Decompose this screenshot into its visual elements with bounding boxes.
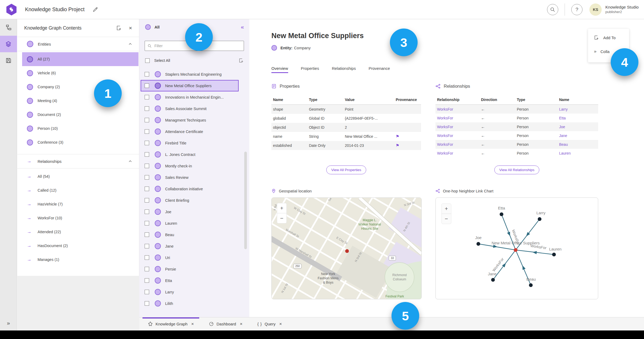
item-checkbox[interactable]: [145, 72, 149, 76]
relationship-link[interactable]: WorksFor: [435, 149, 479, 158]
node-jane[interactable]: [491, 278, 495, 282]
close-tab-icon[interactable]: ×: [240, 321, 242, 327]
detail-tab[interactable]: Overview: [271, 66, 288, 73]
detail-tab[interactable]: Relationships: [332, 66, 356, 73]
entity-list-item[interactable]: Sales Associate Summit: [141, 103, 239, 114]
node-joe[interactable]: [476, 242, 480, 246]
close-panel-icon[interactable]: ×: [129, 25, 132, 31]
entity-list-item[interactable]: Uri: [141, 252, 239, 263]
zoom-out-button[interactable]: −: [280, 215, 283, 221]
entity-list-item[interactable]: Lilith: [141, 298, 239, 309]
item-checkbox[interactable]: [145, 209, 149, 214]
entity-list-item[interactable]: Beau: [141, 229, 239, 240]
user-block[interactable]: Knowledge Studio publisher2: [605, 5, 639, 14]
entity-list-item[interactable]: New Metal Office Suppliers: [141, 80, 239, 91]
item-checkbox[interactable]: [145, 164, 149, 168]
entity-list-item[interactable]: Attendance Certificate: [141, 126, 239, 137]
relationship-category-item[interactable]: → Called (12): [22, 183, 138, 197]
entity-list-item[interactable]: Client Briefing: [141, 195, 239, 206]
entity-category-item[interactable]: Person (10): [22, 122, 138, 135]
map-zoom-control[interactable]: + −: [277, 203, 287, 223]
item-checkbox[interactable]: [145, 221, 149, 225]
view-all-relationships-button[interactable]: View All Relationships: [494, 166, 540, 174]
street-map[interactable]: k Rd Sa W Clay St Marshall St W Marshall…: [272, 198, 421, 299]
list-scrollbar[interactable]: [244, 152, 247, 249]
center-node[interactable]: [514, 248, 517, 252]
edit-title-icon[interactable]: [92, 7, 98, 13]
rail-item-layers[interactable]: [0, 36, 17, 52]
entity-list-item[interactable]: L. Jones Contract: [141, 149, 239, 160]
item-checkbox[interactable]: [145, 278, 149, 283]
chevron-up-icon[interactable]: [128, 42, 133, 46]
detail-tab[interactable]: Properties: [301, 66, 319, 73]
item-checkbox[interactable]: [145, 129, 149, 134]
search-button[interactable]: [547, 4, 558, 15]
avatar[interactable]: KS: [589, 3, 602, 16]
relationship-link[interactable]: WorksFor: [435, 105, 479, 114]
add-to-menu-item[interactable]: Add To: [594, 33, 629, 42]
entity-list-item[interactable]: Collaboration initiative: [141, 183, 239, 195]
zoom-in-button[interactable]: +: [280, 205, 283, 211]
add-to-map-icon[interactable]: [116, 25, 122, 31]
close-tab-icon[interactable]: ×: [279, 321, 282, 327]
entity-list-item[interactable]: Innovations in Mechanical Engin...: [141, 91, 239, 103]
rail-item-save[interactable]: [0, 52, 17, 69]
item-checkbox[interactable]: [145, 232, 149, 237]
item-checkbox[interactable]: [145, 106, 149, 111]
zoom-out-button[interactable]: −: [445, 216, 448, 222]
tab-dashboard[interactable]: Dashboard ×: [203, 317, 248, 331]
item-checkbox[interactable]: [145, 290, 149, 294]
related-entity-link[interactable]: Joe: [557, 122, 598, 131]
select-all-checkbox[interactable]: [145, 58, 150, 63]
entity-list-item[interactable]: Sales Review: [141, 172, 239, 183]
relationship-link[interactable]: WorksFor: [435, 122, 479, 131]
item-checkbox[interactable]: [145, 198, 149, 203]
item-checkbox[interactable]: [145, 267, 149, 271]
related-entity-link[interactable]: Jane: [557, 131, 598, 140]
item-checkbox[interactable]: [145, 244, 149, 248]
one-hop-link-chart[interactable]: WorksFor WorksFor WorksFor: [436, 198, 598, 299]
relationship-category-item[interactable]: → Manages (1): [22, 253, 138, 267]
entity-list-item[interactable]: Montly check-in: [141, 160, 239, 172]
add-to-map-icon[interactable]: [239, 58, 244, 63]
entity-list-item[interactable]: Firebird Title: [141, 137, 239, 149]
relationship-category-item[interactable]: → WorksFor (10): [22, 211, 138, 225]
chart-zoom-control[interactable]: + −: [442, 204, 451, 224]
item-checkbox[interactable]: [145, 83, 149, 88]
detail-tab[interactable]: Provenance: [369, 66, 390, 73]
tab-knowledge-graph[interactable]: Knowledge Graph ×: [142, 317, 199, 331]
relationship-link[interactable]: WorksFor: [435, 140, 479, 149]
entity-list-item[interactable]: Lauren: [141, 217, 239, 229]
provenance-flag-icon[interactable]: [396, 134, 399, 139]
relationship-link[interactable]: WorksFor: [435, 131, 479, 140]
relationship-category-item[interactable]: → All (54): [22, 170, 138, 183]
close-tab-icon[interactable]: ×: [191, 321, 194, 327]
node-etta[interactable]: [500, 212, 503, 216]
node-larry[interactable]: [538, 217, 541, 221]
map-panel[interactable]: k Rd Sa W Clay St Marshall St W Marshall…: [271, 197, 422, 299]
relationship-category-item[interactable]: → HasVehicle (7): [22, 197, 138, 211]
app-logo-icon[interactable]: [6, 3, 17, 16]
zoom-in-button[interactable]: +: [445, 205, 448, 212]
item-checkbox[interactable]: [145, 152, 149, 157]
chevron-up-icon[interactable]: [128, 159, 133, 164]
entity-category-item[interactable]: Conference (3): [22, 135, 138, 149]
relationship-category-item[interactable]: → HasDocument (2): [22, 239, 138, 253]
provenance-flag-icon[interactable]: [396, 143, 399, 148]
rail-item-schema[interactable]: [0, 19, 17, 36]
entity-category-item[interactable]: Document (2): [22, 108, 138, 122]
entity-list-item[interactable]: Jane: [141, 240, 239, 252]
relationship-category-item[interactable]: → Attended (22): [22, 225, 138, 239]
entity-list-item[interactable]: Etta: [141, 275, 239, 286]
related-entity-link[interactable]: Lauren: [557, 149, 598, 158]
item-checkbox[interactable]: [145, 301, 149, 306]
entities-section-header[interactable]: Entities: [17, 37, 139, 51]
entity-list-item[interactable]: Staplers Mechanical Engineering: [141, 68, 239, 80]
item-checkbox[interactable]: [145, 95, 149, 99]
node-lauren[interactable]: [552, 253, 556, 256]
entity-list-item[interactable]: Managment Techniques: [141, 114, 239, 126]
entity-list-item[interactable]: Larry: [141, 286, 239, 298]
item-checkbox[interactable]: [145, 175, 149, 180]
tab-query[interactable]: { } Query ×: [252, 317, 287, 331]
link-chart-panel[interactable]: WorksFor WorksFor WorksFor: [435, 197, 598, 299]
